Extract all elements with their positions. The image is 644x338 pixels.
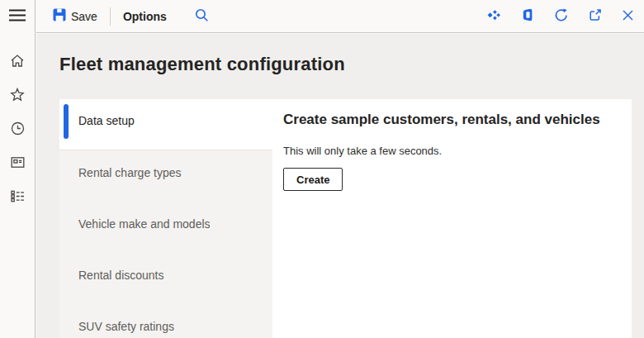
options-button[interactable]: Options bbox=[121, 7, 168, 26]
tab-data-setup[interactable]: Data setup bbox=[59, 99, 272, 150]
search-icon bbox=[195, 8, 209, 25]
save-icon bbox=[53, 8, 66, 24]
hamburger-menu-button[interactable] bbox=[0, 0, 36, 33]
tab-rental-discounts[interactable]: Rental discounts bbox=[59, 253, 272, 304]
save-button[interactable]: Save bbox=[51, 5, 99, 27]
refresh-icon bbox=[554, 8, 568, 25]
form-icon bbox=[11, 156, 25, 169]
command-bar-right bbox=[485, 7, 636, 26]
tab-suv-safety-ratings[interactable]: SUV safety ratings bbox=[59, 304, 272, 338]
tab-panel-data-setup: Create sample customers, rentals, and ve… bbox=[272, 99, 632, 338]
toolbar-divider bbox=[110, 7, 111, 26]
clock-icon bbox=[11, 121, 25, 136]
tab-rental-charge-types[interactable]: Rental charge types bbox=[59, 150, 272, 202]
list-icon bbox=[11, 190, 25, 202]
tab-label: Rental discounts bbox=[78, 269, 164, 282]
main-area: Fleet management configuration Data setu… bbox=[36, 34, 644, 338]
apps-icon bbox=[486, 9, 501, 24]
close-button[interactable] bbox=[620, 7, 636, 26]
office-icon bbox=[521, 8, 534, 24]
configuration-card: Data setup Rental charge types Vehicle m… bbox=[59, 99, 632, 338]
hamburger-icon bbox=[9, 9, 26, 24]
save-label: Save bbox=[71, 10, 97, 23]
nav-workspaces-button[interactable] bbox=[0, 145, 36, 179]
nav-favorites-button[interactable] bbox=[0, 78, 36, 112]
page-title: Fleet management configuration bbox=[59, 54, 345, 75]
office-button[interactable] bbox=[519, 7, 536, 26]
search-button[interactable] bbox=[192, 5, 212, 28]
nav-recent-button[interactable] bbox=[0, 112, 36, 145]
open-new-window-icon bbox=[588, 8, 602, 25]
tab-label: Rental charge types bbox=[78, 166, 182, 179]
app-window: Save Options bbox=[0, 0, 644, 338]
tab-list: Data setup Rental charge types Vehicle m… bbox=[59, 99, 272, 338]
tab-label: Data setup bbox=[78, 114, 135, 127]
tab-vehicle-make-and-models[interactable]: Vehicle make and models bbox=[59, 202, 272, 253]
star-icon bbox=[10, 88, 25, 102]
open-new-window-button[interactable] bbox=[586, 7, 604, 26]
tab-label: SUV safety ratings bbox=[78, 320, 174, 333]
sidebar-nav bbox=[0, 44, 36, 213]
active-tab-indicator bbox=[64, 104, 69, 139]
home-icon bbox=[10, 54, 25, 68]
panel-heading: Create sample customers, rentals, and ve… bbox=[283, 111, 618, 128]
nav-modules-button[interactable] bbox=[0, 179, 36, 213]
create-button[interactable]: Create bbox=[283, 168, 343, 191]
tab-label: Vehicle make and models bbox=[78, 217, 211, 231]
apps-button[interactable] bbox=[485, 7, 503, 26]
command-bar: Save Options bbox=[36, 0, 644, 33]
nav-home-button[interactable] bbox=[0, 44, 36, 78]
panel-subtext: This will only take a few seconds. bbox=[283, 145, 618, 157]
refresh-button[interactable] bbox=[552, 7, 570, 26]
sidebar bbox=[0, 0, 36, 338]
close-icon bbox=[622, 9, 634, 24]
